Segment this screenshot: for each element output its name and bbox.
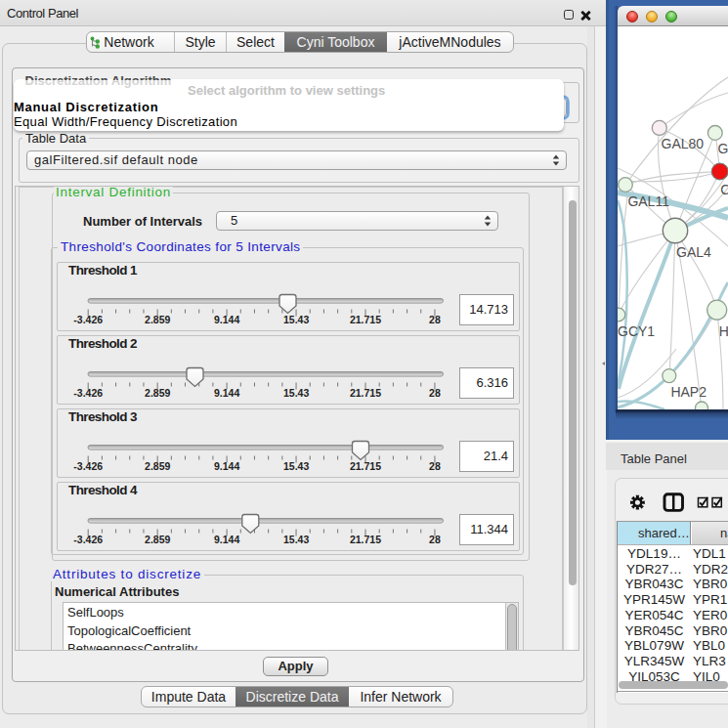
svg-text:21.715: 21.715: [350, 387, 381, 399]
svg-text:2.859: 2.859: [145, 314, 170, 325]
svg-text:15.43: 15.43: [283, 314, 309, 325]
svg-text:28: 28: [429, 534, 441, 545]
svg-text:GCY1: GCY1: [618, 323, 655, 339]
svg-text:-3.426: -3.426: [73, 534, 103, 545]
svg-text:9.144: 9.144: [214, 314, 239, 325]
svg-text:GAL80: GAL80: [662, 136, 705, 151]
svg-text:9.144: 9.144: [214, 534, 239, 545]
svg-text:GAL11: GAL11: [627, 193, 669, 209]
svg-text:CD: CD: [720, 182, 728, 197]
svg-text:21.715: 21.715: [350, 460, 381, 472]
svg-text:GA: GA: [718, 141, 728, 156]
svg-text:21.715: 21.715: [350, 314, 381, 325]
svg-text:28: 28: [429, 387, 441, 399]
svg-text:-3.426: -3.426: [73, 460, 103, 472]
svg-text:28: 28: [429, 460, 441, 472]
svg-text:15.43: 15.43: [283, 387, 309, 399]
svg-text:28: 28: [429, 314, 441, 325]
svg-text:9.144: 9.144: [214, 387, 239, 399]
svg-text:2.859: 2.859: [145, 534, 170, 545]
svg-text:21.715: 21.715: [350, 534, 381, 545]
svg-text:9.144: 9.144: [214, 460, 239, 472]
svg-text:-3.426: -3.426: [73, 387, 103, 399]
svg-text:15.43: 15.43: [283, 460, 309, 472]
svg-text:HAP2: HAP2: [670, 384, 707, 400]
svg-text:2.859: 2.859: [145, 460, 170, 472]
svg-text:15.43: 15.43: [283, 534, 309, 545]
svg-text:-3.426: -3.426: [73, 314, 103, 325]
svg-text:H: H: [719, 323, 728, 339]
svg-text:GAL4: GAL4: [676, 244, 711, 260]
svg-text:2.859: 2.859: [145, 387, 170, 399]
